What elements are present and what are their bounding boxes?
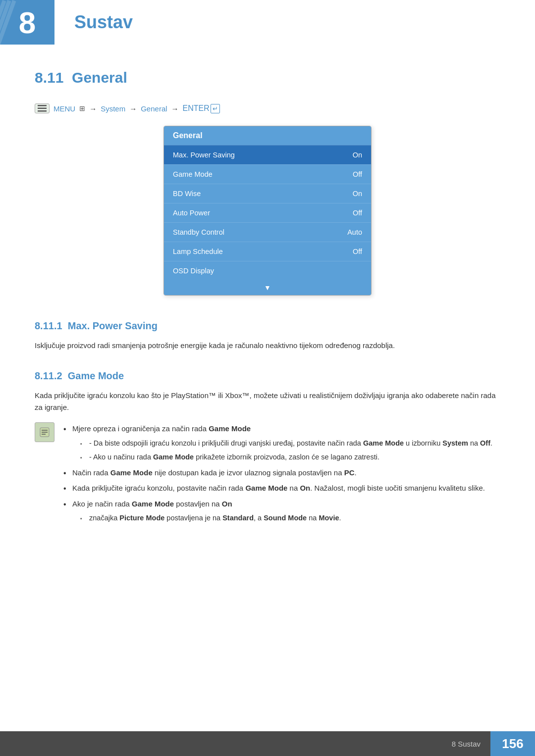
sub-bullet-1-1: - Da biste odspojili igraću konzolu i pr…: [80, 437, 500, 450]
menu-item-label-lamp-schedule: Lamp Schedule: [173, 248, 223, 255]
menu-item-game-mode[interactable]: Game Mode Off: [164, 164, 371, 184]
menu-item-value-lamp-schedule: Off: [353, 248, 362, 255]
main-content: 8.11 General MENU ⊞ → System → General →…: [0, 45, 535, 731]
footer-label: 8 Sustav: [452, 740, 490, 748]
menu-item-value-standby-control: Auto: [347, 228, 362, 236]
menu-item-label-standby-control: Standby Control: [173, 228, 224, 236]
menu-item-value-auto-power: Off: [353, 209, 362, 217]
menu-panel-title: General: [164, 126, 371, 145]
menu-item-lamp-schedule[interactable]: Lamp Schedule Off: [164, 242, 371, 261]
menu-item-max-power[interactable]: Max. Power Saving On: [164, 145, 371, 164]
nav-arrow-2: →: [129, 104, 137, 113]
menu-panel-wrapper: General Max. Power Saving On Game Mode O…: [35, 126, 500, 296]
subsection-heading-1: 8.11.1 Max. Power Saving: [35, 320, 500, 332]
chapter-title: Sustav: [54, 0, 535, 45]
subsection-8-11-2: 8.11.2 Game Mode Kada priključite igraću…: [35, 370, 500, 527]
sub-bullet-1-2: - Ako u načinu rada Game Mode prikažete …: [80, 451, 500, 463]
bullet-item-2: Način rada Game Mode nije dostupan kada …: [63, 466, 500, 479]
menu-icon: [35, 103, 50, 113]
menu-item-label-auto-power: Auto Power: [173, 209, 210, 217]
nav-enter: ENTER↵: [183, 104, 220, 113]
bullet-item-1: Mjere opreza i ograničenja za način rada…: [63, 422, 500, 463]
section-heading: 8.11 General: [35, 69, 500, 86]
nav-menu-label: MENU: [54, 104, 75, 113]
svg-rect-2: [38, 110, 47, 112]
menu-item-standby-control[interactable]: Standby Control Auto: [164, 222, 371, 242]
svg-rect-1: [38, 108, 47, 109]
general-menu-panel: General Max. Power Saving On Game Mode O…: [163, 126, 372, 296]
note-icon: [35, 422, 54, 442]
bullet-list: Mjere opreza i ograničenja za način rada…: [63, 422, 500, 527]
subsection-text-2: Kada priključite igraću konzolu kao što …: [35, 390, 500, 413]
header-decoration: [0, 0, 30, 45]
scroll-down-arrow: ▼: [264, 284, 271, 292]
menu-item-label-max-power: Max. Power Saving: [173, 151, 235, 159]
subsection-heading-2: 8.11.2 Game Mode: [35, 370, 500, 382]
menu-item-value-max-power: On: [353, 151, 362, 159]
menu-item-value-bd-wise: On: [353, 190, 362, 198]
menu-item-auto-power[interactable]: Auto Power Off: [164, 203, 371, 222]
grid-icon: ⊞: [79, 104, 85, 112]
page-header: 8 Sustav: [0, 0, 535, 45]
page-number: 156: [490, 731, 535, 756]
menu-panel-footer: ▼: [164, 280, 371, 295]
menu-item-value-game-mode: Off: [353, 170, 362, 178]
bullet-item-4: Ako je način rada Game Mode postavljen n…: [63, 498, 500, 524]
page-footer: 8 Sustav 156: [0, 731, 535, 756]
bullet-item-3: Kada priključite igraću konzolu, postavi…: [63, 482, 500, 495]
subsection-8-11-1: 8.11.1 Max. Power Saving Isključuje proi…: [35, 320, 500, 352]
menu-item-osd-display[interactable]: OSD Display: [164, 261, 371, 280]
nav-general: General: [141, 104, 167, 113]
subsection-text-1: Isključuje proizvod radi smanjenja potro…: [35, 340, 500, 352]
menu-item-label-bd-wise: BD Wise: [173, 190, 201, 198]
menu-item-label-osd-display: OSD Display: [173, 267, 214, 275]
menu-item-label-game-mode: Game Mode: [173, 170, 213, 178]
nav-system: System: [101, 104, 125, 113]
bullet-section: Mjere opreza i ograničenja za način rada…: [35, 422, 500, 527]
sub-bullet-4-1: značajka Picture Mode postavljena je na …: [80, 512, 500, 524]
svg-rect-0: [38, 105, 47, 106]
nav-arrow-1: →: [89, 104, 97, 113]
nav-path: MENU ⊞ → System → General → ENTER↵: [35, 103, 500, 113]
nav-arrow-3: →: [171, 104, 179, 113]
menu-item-bd-wise[interactable]: BD Wise On: [164, 184, 371, 203]
